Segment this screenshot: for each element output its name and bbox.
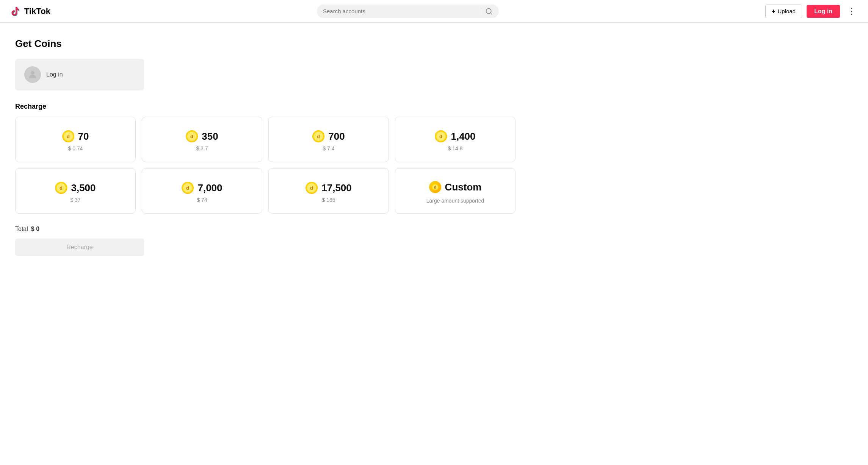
- coin-price: $ 185: [322, 197, 335, 203]
- coin-icon: d: [55, 182, 67, 194]
- coin-amount: 70: [78, 131, 89, 142]
- coin-card-coin-70[interactable]: d 70 $ 0.74: [15, 117, 136, 162]
- coin-icon: d: [312, 130, 324, 142]
- more-icon: ⋮: [848, 6, 856, 16]
- coin-card-coin-3500[interactable]: d 3,500 $ 37: [15, 168, 136, 214]
- recharge-section-label: Recharge: [15, 103, 515, 111]
- coin-card-coin-7000[interactable]: d 7,000 $ 74: [142, 168, 262, 214]
- coin-card-coin-350[interactable]: d 350 $ 3.7: [142, 117, 262, 162]
- coin-card-coin-700[interactable]: d 700 $ 7.4: [268, 117, 389, 162]
- coin-grid: d 70 $ 0.74 d 350: [15, 117, 515, 214]
- login-card-label: Log in: [46, 71, 63, 78]
- search-area: [56, 5, 759, 18]
- header-login-button[interactable]: Log in: [807, 5, 840, 18]
- login-card[interactable]: Log in: [15, 59, 144, 91]
- coin-card-coin-17500[interactable]: d 17,500 $ 185: [268, 168, 389, 214]
- coin-icon: d: [435, 130, 447, 142]
- upload-label: Upload: [777, 8, 796, 14]
- coin-icon: d: [429, 181, 441, 193]
- svg-text:d: d: [434, 185, 436, 189]
- coin-amount: 7,000: [197, 182, 222, 194]
- svg-text:d: d: [60, 185, 63, 191]
- logo[interactable]: TikTok: [9, 5, 50, 18]
- svg-text:d: d: [310, 185, 313, 191]
- more-options-button[interactable]: ⋮: [844, 5, 859, 18]
- coin-icon: d: [186, 130, 198, 142]
- coin-card-coin-1400[interactable]: d 1,400 $ 14.8: [395, 117, 515, 162]
- total-label: Total: [15, 226, 28, 232]
- coin-icon: d: [62, 130, 74, 142]
- header-actions: + Upload Log in ⋮: [765, 5, 859, 18]
- recharge-action-button[interactable]: Recharge: [15, 239, 144, 256]
- svg-text:d: d: [190, 134, 193, 139]
- tiktok-logo-icon: [9, 5, 22, 18]
- coin-price: $ 74: [197, 197, 207, 203]
- upload-button[interactable]: + Upload: [765, 5, 802, 18]
- coin-amount: 350: [202, 131, 218, 142]
- coin-price: $ 37: [70, 197, 80, 203]
- coin-amount: Custom: [445, 181, 482, 193]
- total-row: Total $ 0: [15, 226, 515, 232]
- coin-price: $ 3.7: [196, 145, 208, 151]
- svg-text:d: d: [186, 185, 189, 191]
- avatar: [24, 66, 41, 83]
- logo-text: TikTok: [24, 6, 50, 16]
- search-divider: [482, 8, 482, 15]
- coin-icon: d: [182, 182, 194, 194]
- search-input[interactable]: [323, 8, 479, 14]
- svg-text:d: d: [439, 134, 442, 139]
- coin-amount: 3,500: [71, 182, 96, 194]
- coin-price: Large amount supported: [426, 198, 484, 204]
- total-value: $ 0: [31, 226, 39, 232]
- coin-icon: d: [306, 182, 318, 194]
- coin-price: $ 0.74: [68, 145, 83, 151]
- coin-card-coin-custom[interactable]: d Custom Large amount supported: [395, 168, 515, 214]
- svg-text:d: d: [67, 134, 70, 139]
- search-button[interactable]: [485, 8, 493, 15]
- plus-icon: +: [772, 8, 775, 15]
- coin-amount: 17,500: [321, 182, 352, 194]
- search-bar: [317, 5, 499, 18]
- svg-text:d: d: [317, 134, 320, 139]
- search-icon: [485, 8, 493, 15]
- page-title: Get Coins: [15, 38, 515, 50]
- coin-amount: 1,400: [451, 131, 475, 142]
- svg-line-2: [490, 12, 492, 14]
- user-icon: [27, 69, 38, 80]
- header: TikTok + Upload Log in ⋮: [0, 0, 868, 23]
- svg-point-3: [31, 71, 34, 75]
- coin-amount: 700: [328, 131, 345, 142]
- coin-price: $ 7.4: [323, 145, 334, 151]
- main-content: Get Coins Log in Recharge d: [0, 23, 531, 271]
- coin-price: $ 14.8: [448, 145, 463, 151]
